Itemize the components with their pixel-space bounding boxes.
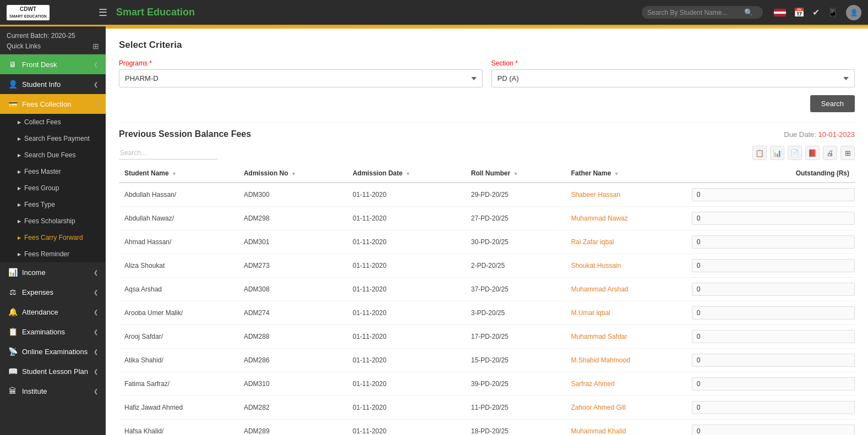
table-row: Aqsa Arshad ADM308 01-11-2020 37-PD-20/2… [119, 278, 855, 301]
export-pdf-btn[interactable]: 📕 [805, 146, 820, 160]
outstanding-input[interactable] [692, 330, 855, 343]
sidebar-top: Current Batch: 2020-25 Quick Links ⊞ [0, 26, 106, 54]
fees-collection-label: Fees Collection [22, 100, 72, 108]
outstanding-input[interactable] [692, 306, 855, 320]
sidebar-item-online-examinations[interactable]: 📡 Online Examinations ❮ [0, 342, 106, 361]
submenu-fees-type[interactable]: ▶ Fees Type [0, 196, 106, 213]
cell-roll-number: 17-PD-20/25 [466, 325, 566, 349]
cell-admission-date: 01-11-2020 [347, 254, 466, 278]
submenu-fees-master[interactable]: ▶ Fees Master [0, 163, 106, 180]
cell-father-name: Muhammad Arshad [565, 278, 686, 301]
cell-student-name: Fatima Sarfraz/ [119, 372, 238, 396]
bullet-icon: ▶ [18, 153, 21, 158]
global-search-box: 🔍 [642, 6, 763, 19]
sidebar-item-income[interactable]: 📊 Income ❮ [0, 262, 106, 282]
checkmark-icon[interactable]: ✔ [812, 7, 820, 18]
print-btn[interactable]: 🖨 [823, 146, 837, 160]
columns-btn[interactable]: ⊞ [840, 146, 855, 160]
examinations-chevron: ❮ [94, 329, 98, 335]
outstanding-input[interactable] [692, 377, 855, 390]
sidebar-item-fees-collection[interactable]: 💳 Fees Collection ▾ [0, 94, 106, 114]
attendance-chevron: ❮ [94, 309, 98, 315]
submenu-search-fees-payment[interactable]: ▶ Search Fees Payment [0, 130, 106, 147]
sidebar-item-examinations[interactable]: 📋 Examinations ❮ [0, 322, 106, 342]
due-date-area: Due Date: 10-01-2023 [784, 130, 855, 139]
cell-admission-no: ADM288 [238, 325, 347, 349]
sidebar-item-institute[interactable]: 🏛 Institute ❮ [0, 381, 106, 401]
outstanding-input[interactable] [692, 401, 855, 414]
table-section-title: Previous Session Balance Fees [119, 129, 251, 139]
cell-admission-no: ADM274 [238, 301, 347, 325]
divider [119, 122, 855, 123]
search-due-fees-label: Search Due Fees [24, 151, 75, 159]
cell-admission-no: ADM300 [238, 183, 347, 207]
submenu-collect-fees[interactable]: ▶ Collect Fees [0, 114, 106, 130]
bullet-icon: ▶ [18, 202, 21, 207]
sidebar-item-expenses[interactable]: ⚖ Expenses ❮ [0, 282, 106, 302]
cell-outstanding [686, 254, 855, 278]
submenu-fees-carry-forward[interactable]: ▶ Fees Carry Forward [0, 229, 106, 246]
expenses-chevron: ❮ [94, 289, 98, 295]
flag-icon[interactable] [774, 9, 786, 16]
cell-father-name: Sarfraz Ahmed [565, 372, 686, 396]
hamburger-icon[interactable]: ☰ [99, 7, 107, 19]
content-inner: Select Criteria Programs * PHARM-D MBBS … [106, 29, 868, 435]
fees-collection-chevron: ▾ [95, 101, 98, 107]
grid-icon[interactable]: ⊞ [92, 42, 99, 51]
sidebar-item-attendance[interactable]: 🔔 Attendance ❮ [0, 302, 106, 322]
submenu-fees-group[interactable]: ▶ Fees Group [0, 180, 106, 196]
bullet-icon: ▶ [18, 252, 21, 257]
table-search-input[interactable] [119, 147, 218, 159]
app-title: Smart Education [116, 7, 635, 18]
cell-father-name: Rai Zafar iqbal [565, 230, 686, 254]
outstanding-input[interactable] [692, 425, 855, 435]
cell-student-name: Ahmad Hassan/ [119, 230, 238, 254]
sidebar-item-front-desk[interactable]: 🖥 Front Desk ❮ [0, 54, 106, 74]
calendar-icon[interactable]: 📅 [794, 7, 805, 18]
outstanding-input[interactable] [692, 354, 855, 367]
export-copy-btn[interactable]: 📋 [752, 146, 767, 160]
cell-father-name: Muhammad Khalid [565, 420, 686, 436]
submenu-fees-scholarship[interactable]: ▶ Fees Scholarship [0, 213, 106, 229]
outstanding-input[interactable] [692, 283, 855, 296]
outstanding-input[interactable] [692, 212, 855, 225]
search-button[interactable]: Search [810, 95, 855, 112]
bullet-icon: ▶ [18, 219, 21, 224]
bullet-icon: ▶ [18, 186, 21, 191]
global-search-input[interactable] [647, 9, 741, 16]
logo-text-line2: SMART EDUCATION [9, 14, 47, 18]
outstanding-input[interactable] [692, 188, 855, 201]
sidebar-item-student-lesson-plan[interactable]: 📖 Student Lesson Plan ❮ [0, 361, 106, 381]
cell-admission-date: 01-11-2020 [347, 207, 466, 230]
fees-carry-forward-label: Fees Carry Forward [24, 234, 83, 241]
outstanding-input[interactable] [692, 259, 855, 272]
submenu-search-due-fees[interactable]: ▶ Search Due Fees [0, 147, 106, 163]
submenu-fees-reminder[interactable]: ▶ Fees Reminder [0, 246, 106, 262]
whatsapp-icon[interactable]: 📱 [827, 7, 838, 18]
cell-admission-no: ADM301 [238, 230, 347, 254]
section-select[interactable]: PD (A) PD (B) PD (C) [492, 69, 855, 87]
cell-admission-no: ADM273 [238, 254, 347, 278]
examinations-label: Examinations [22, 328, 65, 336]
cell-father-name: Zahoor Ahmed Gill [565, 396, 686, 420]
section-group: Section * PD (A) PD (B) PD (C) [492, 59, 855, 87]
table-search-box [119, 147, 218, 159]
avatar[interactable]: 👤 [846, 5, 861, 20]
sidebar-item-student-info[interactable]: 👤 Student Info ❮ [0, 74, 106, 94]
outstanding-input[interactable] [692, 235, 855, 249]
logo-box: CDWT SMART EDUCATION [7, 5, 50, 20]
cell-outstanding [686, 278, 855, 301]
criteria-title: Select Criteria [119, 40, 855, 51]
programs-select[interactable]: PHARM-D MBBS BDS BSN DPT [119, 69, 483, 87]
front-desk-label: Front Desk [22, 60, 57, 69]
cell-roll-number: 30-PD-20/25 [466, 230, 566, 254]
fees-reminder-label: Fees Reminder [24, 250, 69, 258]
export-csv-btn[interactable]: 📄 [788, 146, 802, 160]
cell-admission-date: 01-11-2020 [347, 420, 466, 436]
export-excel-btn[interactable]: 📊 [770, 146, 784, 160]
cell-outstanding [686, 420, 855, 436]
col-admission-no: Admission No ▼ [238, 164, 347, 183]
students-table: Student Name ▼ Admission No ▼ Admission … [119, 164, 855, 435]
cell-admission-date: 01-11-2020 [347, 278, 466, 301]
cell-student-name: Aqsa Arshad [119, 278, 238, 301]
